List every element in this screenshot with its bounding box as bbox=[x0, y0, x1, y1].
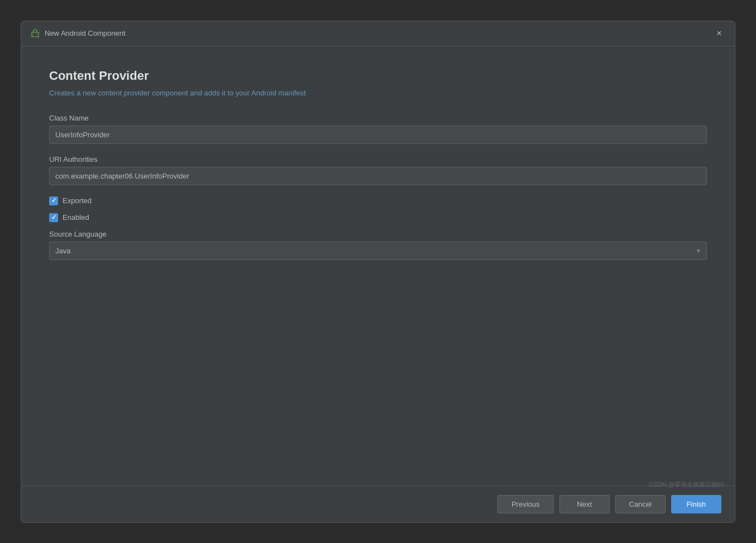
dialog-title: New Android Component bbox=[45, 29, 126, 37]
source-language-label: Source Language bbox=[49, 230, 707, 238]
watermark: CSDN @零号全栈秦江独钓 bbox=[649, 480, 724, 489]
title-bar: New Android Component × bbox=[21, 21, 735, 46]
uri-authorities-label: URI Authorities bbox=[49, 155, 707, 164]
footer: Previous Next Cancel Finish bbox=[21, 486, 735, 522]
class-name-label: Class Name bbox=[49, 114, 707, 122]
previous-button[interactable]: Previous bbox=[497, 495, 554, 513]
cancel-button[interactable]: Cancel bbox=[615, 495, 666, 513]
source-language-select[interactable]: Java Kotlin bbox=[49, 242, 707, 260]
dialog-window: New Android Component × Content Provider… bbox=[21, 21, 735, 523]
enabled-checkbox[interactable]: ✓ bbox=[49, 213, 58, 222]
svg-point-1 bbox=[36, 33, 37, 35]
class-name-input[interactable] bbox=[49, 126, 707, 144]
uri-authorities-input[interactable] bbox=[49, 167, 707, 185]
page-description: Creates a new content provider component… bbox=[49, 89, 707, 97]
close-button[interactable]: × bbox=[712, 27, 726, 40]
exported-row: ✓ Exported bbox=[49, 196, 707, 205]
android-icon bbox=[30, 28, 40, 39]
enabled-checkmark: ✓ bbox=[51, 214, 56, 220]
source-language-wrapper: Java Kotlin ▼ bbox=[49, 242, 707, 260]
finish-button[interactable]: Finish bbox=[671, 495, 721, 513]
dialog-content: Content Provider Creates a new content p… bbox=[21, 46, 735, 486]
enabled-row: ✓ Enabled bbox=[49, 213, 707, 222]
next-button[interactable]: Next bbox=[559, 495, 610, 513]
exported-checkbox[interactable]: ✓ bbox=[49, 196, 58, 205]
page-title: Content Provider bbox=[49, 69, 707, 83]
svg-point-0 bbox=[34, 33, 35, 35]
exported-checkmark: ✓ bbox=[51, 198, 56, 204]
title-bar-left: New Android Component bbox=[30, 28, 126, 39]
enabled-label: Enabled bbox=[63, 213, 89, 222]
exported-label: Exported bbox=[63, 196, 92, 205]
